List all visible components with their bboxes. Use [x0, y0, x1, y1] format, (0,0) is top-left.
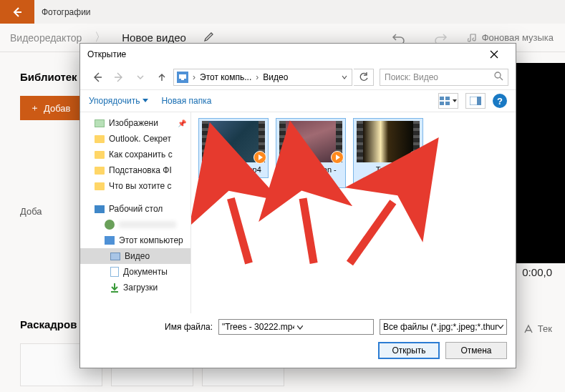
video-folder-icon: [110, 253, 120, 260]
preview-pane-icon: [470, 97, 481, 105]
play-icon: [253, 151, 266, 164]
undo-button[interactable]: [385, 32, 413, 44]
tree-item-downloads[interactable]: Загрузки: [80, 280, 190, 295]
tree-item-folder[interactable]: Outlook. Секрет: [80, 131, 190, 147]
folder-icon: [95, 151, 105, 159]
file-filter-value: Все файлы (*.jpg;*.jpeg;*.thum: [383, 322, 498, 332]
tree-item-user[interactable]: [80, 217, 190, 232]
desktop-icon: [95, 205, 105, 213]
svg-rect-10: [445, 102, 450, 105]
pictures-icon: [95, 119, 105, 127]
svg-line-13: [231, 198, 248, 263]
nav-up-button[interactable]: [152, 67, 172, 87]
tree-item-thispc[interactable]: Этот компьютер: [80, 232, 190, 248]
organize-label: Упорядочить: [89, 96, 140, 106]
chevron-down-icon: [453, 99, 457, 103]
folder-icon: [95, 182, 105, 190]
bg-music-label: Фоновая музыка: [482, 32, 554, 43]
nav-tree[interactable]: Изображени📌 Outlook. Секрет Как сохранит…: [80, 112, 191, 313]
app-title: Фотографии: [42, 7, 91, 17]
tree-item-video[interactable]: Видео: [80, 248, 190, 264]
dialog-footer: Имя файла: "Trees - 30222.mp4" "City - 3…: [80, 313, 516, 368]
filename-dropdown[interactable]: [294, 322, 370, 332]
arrow-left-icon: [11, 6, 23, 18]
pin-icon: 📌: [178, 119, 186, 127]
arrow-up-icon: [157, 72, 167, 82]
svg-rect-9: [440, 102, 444, 105]
arrow-right-icon: [113, 72, 125, 83]
close-button[interactable]: [480, 44, 508, 65]
view-mode-button[interactable]: [438, 93, 458, 109]
chevron-right-icon: ›: [191, 72, 197, 82]
add-button[interactable]: ＋ Добав: [20, 96, 80, 120]
arrow-left-icon: [92, 72, 103, 83]
project-name[interactable]: Новое видео: [122, 31, 186, 44]
file-name: Conversation - 180.mp4: [279, 165, 343, 185]
crumb-folder[interactable]: Видео: [263, 72, 288, 82]
bg-music-button[interactable]: Фоновая музыка: [468, 32, 554, 43]
chevron-right-icon: ›: [254, 72, 260, 82]
svg-point-5: [495, 72, 501, 78]
tree-label: Как сохранить с: [109, 150, 173, 160]
storyboard-heading: Раскадров: [20, 318, 77, 330]
tree-item-folder[interactable]: Как сохранить с: [80, 147, 190, 162]
svg-line-6: [500, 77, 503, 80]
address-bar[interactable]: › Этот компь... › Видео: [173, 69, 352, 86]
crumb-pc[interactable]: Этот компь...: [200, 72, 251, 82]
cancel-button[interactable]: Отмена: [445, 342, 507, 359]
file-filter-select[interactable]: Все файлы (*.jpg;*.jpeg;*.thum: [380, 319, 507, 335]
svg-rect-3: [179, 74, 186, 79]
svg-rect-4: [181, 79, 184, 80]
file-item[interactable]: City - 3134.mp4: [198, 118, 269, 178]
file-open-dialog: Открытие › Этот компь... › Видео: [79, 43, 516, 368]
nav-recent-button[interactable]: [130, 67, 150, 87]
tree-item-documents[interactable]: Документы: [80, 264, 190, 280]
filename-input[interactable]: "Trees - 30222.mp4" "City - 3134: [218, 319, 374, 335]
close-icon: [490, 50, 498, 59]
tree-item-images[interactable]: Изображени📌: [80, 115, 190, 131]
dialog-title: Открытие: [87, 49, 480, 59]
tree-item-folder[interactable]: Что вы хотите с: [80, 178, 190, 194]
help-icon: ?: [497, 96, 503, 107]
tree-label: Рабочий стол: [109, 204, 163, 214]
filename-value: "Trees - 30222.mp4" "City - 3134: [222, 322, 295, 332]
tree-label: Видео: [125, 251, 150, 261]
tree-label-blurred: [119, 221, 176, 228]
play-icon: [331, 151, 344, 164]
text-tool[interactable]: Тек: [523, 323, 552, 334]
folder-icon: [95, 135, 105, 143]
nav-forward-button[interactable]: [109, 67, 129, 87]
search-box[interactable]: [380, 69, 508, 86]
new-folder-button[interactable]: Новая папка: [161, 96, 211, 106]
video-thumbnail: [279, 121, 342, 162]
documents-icon: [110, 267, 119, 277]
organize-menu[interactable]: Упорядочить: [89, 96, 148, 106]
crumb-editor[interactable]: Видеоредактор: [10, 32, 82, 44]
refresh-button[interactable]: [354, 69, 374, 86]
back-button[interactable]: [0, 0, 34, 24]
tree-label: Этот компьютер: [119, 235, 183, 245]
redo-button[interactable]: [426, 32, 455, 44]
svg-line-15: [349, 202, 392, 263]
video-thumbnail: [357, 121, 420, 162]
tree-item-folder[interactable]: Подстановка ФІ: [80, 162, 190, 178]
file-item[interactable]: Conversation - 180.mp4: [276, 118, 346, 188]
address-dropdown[interactable]: [337, 72, 352, 82]
chevron-down-icon: [297, 325, 303, 330]
tree-item-desktop[interactable]: Рабочий стол: [80, 201, 190, 217]
dialog-command-bar: Упорядочить Новая папка ?: [80, 89, 516, 112]
search-input[interactable]: [385, 72, 494, 82]
svg-line-14: [303, 198, 314, 263]
chevron-down-icon: [498, 325, 503, 329]
files-pane[interactable]: City - 3134.mp4 Conversation - 180.mp4 T…: [191, 112, 516, 313]
open-button[interactable]: Открыть: [378, 342, 440, 359]
dialog-navbar: › Этот компь... › Видео: [80, 65, 516, 89]
tree-label: Подстановка ФІ: [109, 165, 172, 175]
nav-back-button[interactable]: [87, 67, 107, 87]
folder-icon: [95, 167, 105, 175]
refresh-icon: [359, 72, 369, 82]
tree-label: Что вы хотите с: [109, 181, 172, 191]
file-item[interactable]: Trees - 30222.mp4: [353, 118, 423, 188]
help-button[interactable]: ?: [493, 94, 507, 108]
preview-pane-button[interactable]: [465, 93, 486, 109]
